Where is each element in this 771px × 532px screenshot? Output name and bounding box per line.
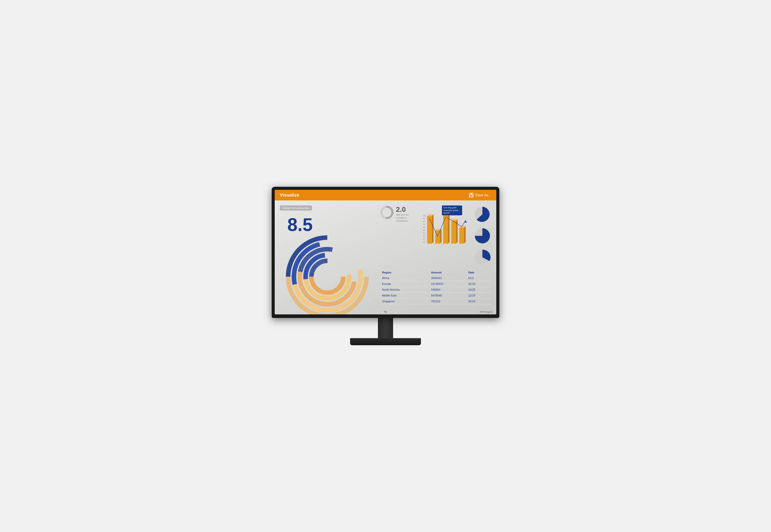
pie-chart-2 (473, 227, 491, 245)
table-row: Africa354542101/2 (380, 275, 491, 281)
app-header: Visualize Save As... (275, 190, 496, 200)
col-header-date: Date (466, 270, 491, 275)
table-row: Singapore78131202/14 (380, 298, 491, 304)
hp-logo: hp (384, 310, 387, 313)
monitor-wrapper: Visualize Save As... Global rice product… (272, 187, 499, 345)
save-as-button[interactable]: Save As... (469, 193, 491, 198)
pie-charts-column (473, 205, 491, 266)
col-header-amount: Amount (429, 270, 466, 275)
big-number: 8.5 (287, 216, 313, 234)
cell-date: 12/23 (466, 293, 491, 298)
app-title: Visualize (280, 193, 299, 198)
svg-text:100: 100 (423, 215, 426, 217)
monitor-base (350, 338, 421, 345)
cell-date: 01/2 (466, 275, 491, 281)
table-row: North America54656410/25 (380, 287, 491, 293)
data-table-section: Region Amount Date Africa354542101/2Euro… (380, 269, 491, 304)
svg-text:40: 40 (423, 233, 425, 234)
donut-chart (284, 234, 370, 314)
svg-rect-3 (470, 193, 471, 194)
svg-rect-45 (459, 228, 464, 244)
monitor-bezel: Visualize Save As... Global rice product… (272, 187, 499, 318)
save-icon (469, 193, 474, 198)
pie-chart-3 (473, 248, 491, 266)
save-as-label: Save As... (475, 193, 491, 197)
metric-description: Wild rice not included in calculations (396, 214, 416, 222)
cell-date: 01/15 (466, 281, 491, 287)
svg-rect-33 (427, 216, 432, 244)
right-panel: 2.0 Wild rice not included in calculatio… (380, 205, 491, 309)
chart-label-tag: Global rice production (280, 205, 312, 211)
metric-ring-chart (380, 205, 394, 219)
bar-chart-annotation: Can long-grain overcome global trends? (442, 205, 462, 215)
cell-region: Europe (380, 281, 429, 287)
table-row: Europe2213543101/15 (380, 281, 491, 287)
svg-rect-2 (470, 195, 473, 197)
svg-text:90: 90 (423, 218, 425, 219)
cell-region: North America (380, 287, 429, 293)
power-indicator (488, 312, 489, 313)
cell-date: 10/25 (466, 287, 491, 293)
cell-date: 02/14 (466, 298, 491, 304)
content-area: Global rice production 8.5 (275, 200, 496, 314)
svg-marker-38 (440, 229, 442, 244)
svg-text:70: 70 (423, 224, 425, 225)
cell-amount: 546564 (429, 287, 466, 293)
metric-value: 2.0 (396, 205, 416, 214)
svg-text:30: 30 (423, 235, 425, 237)
svg-marker-35 (432, 214, 434, 244)
data-table: Region Amount Date Africa354542101/2Euro… (380, 270, 491, 304)
bar-chart-container: Can long-grain overcome global trends? 1… (420, 205, 470, 257)
cell-amount: 3545421 (429, 275, 466, 281)
cell-amount: 22135431 (429, 281, 466, 287)
monitor-neck (378, 318, 393, 338)
table-row: Middle East547854512/23 (380, 293, 491, 298)
cell-amount: 781312 (429, 298, 466, 304)
svg-text:50: 50 (423, 229, 425, 231)
svg-text:60: 60 (423, 227, 425, 228)
svg-text:10: 10 (423, 241, 425, 243)
cell-region: Africa (380, 275, 429, 281)
monitor-screen: Visualize Save As... Global rice product… (275, 190, 496, 314)
cell-region: Singapore (380, 298, 429, 304)
cell-amount: 5478545 (429, 293, 466, 298)
model-label: HP P27q G4 (480, 311, 492, 313)
svg-text:80: 80 (423, 221, 425, 222)
svg-text:20: 20 (423, 238, 425, 240)
donut-svg (284, 234, 370, 314)
svg-rect-42 (451, 221, 456, 244)
metric-section: 2.0 Wild rice not included in calculatio… (380, 205, 416, 222)
pie-chart-1 (473, 205, 491, 223)
col-header-region: Region (380, 270, 429, 275)
cell-region: Middle East (380, 293, 429, 298)
top-right-section: 2.0 Wild rice not included in calculatio… (380, 205, 491, 266)
svg-rect-39 (443, 216, 448, 244)
left-panel: Global rice production 8.5 (280, 205, 375, 309)
svg-marker-47 (464, 226, 466, 244)
